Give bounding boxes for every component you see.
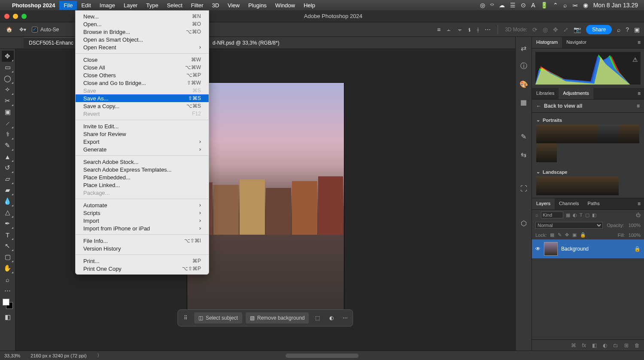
preset-thumb[interactable] xyxy=(557,176,577,195)
lock-transparent-icon[interactable]: ▦ xyxy=(550,232,554,238)
control-center-icon[interactable]: ⫘ xyxy=(572,2,578,9)
histogram-warning-icon[interactable]: ⚠ xyxy=(632,56,638,63)
layer-row-background[interactable]: 👁 Background 🔒 xyxy=(532,239,644,258)
3d-pan-icon[interactable]: ✥ xyxy=(553,26,558,33)
libraries-tab[interactable]: Libraries xyxy=(532,88,559,99)
type-tool[interactable]: T xyxy=(2,229,14,240)
gradient-tool[interactable]: ▰ xyxy=(2,185,14,196)
3d-roll-icon[interactable]: ◎ xyxy=(543,26,548,33)
mask-icon[interactable]: ◧ xyxy=(592,342,597,348)
menu-item-automate[interactable]: Automate› xyxy=(76,201,209,209)
filter-adjustment-icon[interactable]: ◐ xyxy=(573,212,577,218)
preset-thumb[interactable] xyxy=(577,124,598,143)
delete-layer-icon[interactable]: 🗑 xyxy=(635,342,640,348)
weather-icon[interactable]: ☁︎ xyxy=(499,2,505,9)
menu-item-print-one-copy[interactable]: Print One Copy⌥⇧⌘P xyxy=(76,265,209,272)
blend-mode-select[interactable]: Normal xyxy=(535,222,603,229)
horizontal-scrollbar[interactable] xyxy=(286,354,358,358)
menu-item-open-recent[interactable]: Open Recent› xyxy=(76,43,209,51)
menu-item-generate[interactable]: Generate› xyxy=(76,145,209,153)
brush-panel-icon[interactable]: ✎ xyxy=(519,131,529,142)
adjustments-tab[interactable]: Adjustments xyxy=(559,88,593,99)
more-options-icon[interactable]: ⋯ xyxy=(485,26,491,33)
workspace-icon[interactable]: ▣ xyxy=(634,26,640,33)
3d-slide-icon[interactable]: ⤢ xyxy=(563,26,568,33)
clock[interactable]: Mon 8 Jan 13.29 xyxy=(593,2,638,9)
menu-item-import-from-iphone-or-ipad[interactable]: Import from iPhone or iPad› xyxy=(76,224,209,232)
window-close-button[interactable] xyxy=(4,14,9,19)
transform-icon[interactable]: ⬚ xyxy=(313,313,323,323)
preset-thumb[interactable] xyxy=(619,124,639,143)
eraser-tool[interactable]: ▱ xyxy=(2,173,14,185)
filter-toggle-icon[interactable]: ⏻ xyxy=(636,212,641,218)
path-selection-tool[interactable]: ↖ xyxy=(2,240,14,251)
adjustment-layer-icon[interactable]: ◐ xyxy=(603,342,607,348)
search-icon[interactable]: ⌕ xyxy=(535,212,538,218)
app-name[interactable]: Photoshop 2024 xyxy=(8,2,59,9)
document-canvas[interactable] xyxy=(187,83,344,317)
menu-item-place-embedded[interactable]: Place Embedded... xyxy=(76,173,209,181)
3d-orbit-icon[interactable]: ⟳ xyxy=(532,26,538,33)
spotlight-icon[interactable]: ⌕ xyxy=(563,2,567,9)
menu-item-search-adobe-express-templates[interactable]: Search Adobe Express Templates... xyxy=(76,166,209,173)
layer-name[interactable]: Background xyxy=(561,246,589,252)
crop-tool[interactable]: ✂ xyxy=(2,95,14,106)
preset-thumb[interactable] xyxy=(598,176,619,195)
link-layers-icon[interactable]: ⌘ xyxy=(571,342,576,348)
stacks-icon[interactable]: ☰ xyxy=(510,2,516,9)
properties-panel-icon[interactable]: ⇄ xyxy=(519,43,529,53)
menu-item-file-info[interactable]: File Info...⌥⇧⌘I xyxy=(76,237,209,245)
blur-tool[interactable]: 💧 xyxy=(2,196,14,207)
3d-panel-icon[interactable]: ⬡ xyxy=(519,218,529,228)
magic-wand-tool[interactable]: ✧ xyxy=(2,84,14,95)
menu-view[interactable]: View xyxy=(223,1,244,10)
fill-value[interactable]: 100% xyxy=(629,233,641,238)
doc-dimensions[interactable]: 2160 px x 3240 px (72 ppi) xyxy=(30,353,86,358)
new-layer-icon[interactable]: ⊞ xyxy=(624,342,629,348)
menu-item-export[interactable]: Export› xyxy=(76,138,209,145)
channels-tab[interactable]: Channels xyxy=(555,198,583,209)
frame-tool[interactable]: ▣ xyxy=(2,106,14,118)
panel-menu-icon[interactable]: ≡ xyxy=(634,198,644,209)
preset-thumb[interactable] xyxy=(598,124,619,143)
pen-tool[interactable]: ✒ xyxy=(2,218,14,229)
search-icon[interactable]: ⌕ xyxy=(617,26,620,33)
window-zoom-button[interactable] xyxy=(21,14,27,19)
play-icon[interactable]: ⊙ xyxy=(521,2,526,9)
brush-tool[interactable]: ✎ xyxy=(2,140,14,151)
align-top-icon[interactable]: ⫠ xyxy=(446,26,452,33)
menu-item-scripts[interactable]: Scripts› xyxy=(76,209,209,217)
lock-position-icon[interactable]: ✥ xyxy=(565,232,569,238)
align-hcenter-icon[interactable]: ⟊ xyxy=(476,26,480,33)
window-minimize-button[interactable] xyxy=(13,14,18,19)
lock-all-icon[interactable]: 🔒 xyxy=(580,232,586,238)
preset-thumb[interactable] xyxy=(536,143,557,162)
history-brush-tool[interactable]: ↺ xyxy=(2,162,14,173)
filter-type-icon[interactable]: T xyxy=(580,212,583,218)
panel-menu-icon[interactable]: ≡ xyxy=(634,88,644,99)
menu-item-version-history[interactable]: Version History xyxy=(76,245,209,252)
character-panel-icon[interactable]: ⛶ xyxy=(519,184,529,194)
menu-type[interactable]: Type xyxy=(142,1,162,10)
layer-thumbnail[interactable] xyxy=(544,242,558,256)
zoom-tool[interactable]: ⌕ xyxy=(2,274,14,285)
menu-plugins[interactable]: Plugins xyxy=(244,1,271,10)
color-panel-icon[interactable]: 🎨 xyxy=(519,79,529,89)
edit-toolbar[interactable]: ⋯ xyxy=(2,285,14,296)
menu-help[interactable]: Help xyxy=(299,1,319,10)
move-tool[interactable]: ✥ xyxy=(2,51,14,62)
status-arrow-icon[interactable]: 〉 xyxy=(97,352,102,359)
help-icon[interactable]: ? xyxy=(626,26,629,33)
share-button[interactable]: Share xyxy=(586,25,612,34)
healing-brush-tool[interactable]: ⚕ xyxy=(2,129,14,140)
color-swatches[interactable] xyxy=(3,299,13,309)
adjustment-icon[interactable]: ◐ xyxy=(326,313,337,323)
menu-item-save-a-copy[interactable]: Save a Copy...⌥⌘S xyxy=(76,102,209,110)
info-panel-icon[interactable]: ⓘ xyxy=(519,61,529,71)
shape-tool[interactable]: ▢ xyxy=(2,251,14,263)
home-button[interactable]: 🏠 xyxy=(4,25,14,34)
preset-thumb[interactable] xyxy=(557,124,577,143)
menu-item-search-adobe-stock[interactable]: Search Adobe Stock... xyxy=(76,158,209,166)
menu-filter[interactable]: Filter xyxy=(187,1,208,10)
battery-icon[interactable]: 🔋 xyxy=(541,2,548,9)
